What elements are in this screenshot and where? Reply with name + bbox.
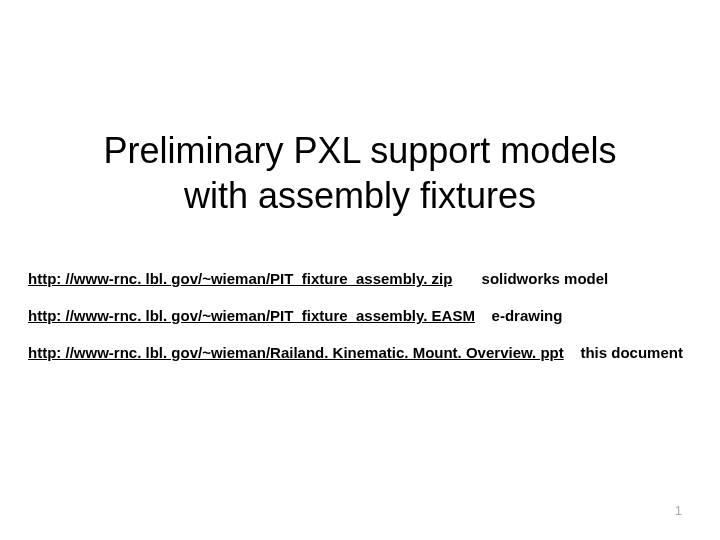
link-1[interactable]: http: //www-rnc. lbl. gov/~wieman/PIT_fi… — [28, 270, 452, 287]
link-row-1: http: //www-rnc. lbl. gov/~wieman/PIT_fi… — [28, 270, 692, 287]
link-row-2: http: //www-rnc. lbl. gov/~wieman/PIT_fi… — [28, 307, 692, 324]
slide-title: Preliminary PXL support models with asse… — [0, 128, 720, 218]
title-line-1: Preliminary PXL support models — [104, 130, 617, 171]
link-1-desc: solidworks model — [482, 270, 609, 287]
link-3-desc: this document — [580, 344, 683, 361]
link-row-3: http: //www-rnc. lbl. gov/~wieman/Railan… — [28, 344, 692, 361]
title-line-2: with assembly fixtures — [184, 175, 536, 216]
links-section: http: //www-rnc. lbl. gov/~wieman/PIT_fi… — [28, 270, 692, 381]
link-2-desc: e-drawing — [492, 307, 563, 324]
link-3[interactable]: http: //www-rnc. lbl. gov/~wieman/Railan… — [28, 344, 564, 361]
link-2[interactable]: http: //www-rnc. lbl. gov/~wieman/PIT_fi… — [28, 307, 475, 324]
page-number: 1 — [675, 503, 682, 518]
